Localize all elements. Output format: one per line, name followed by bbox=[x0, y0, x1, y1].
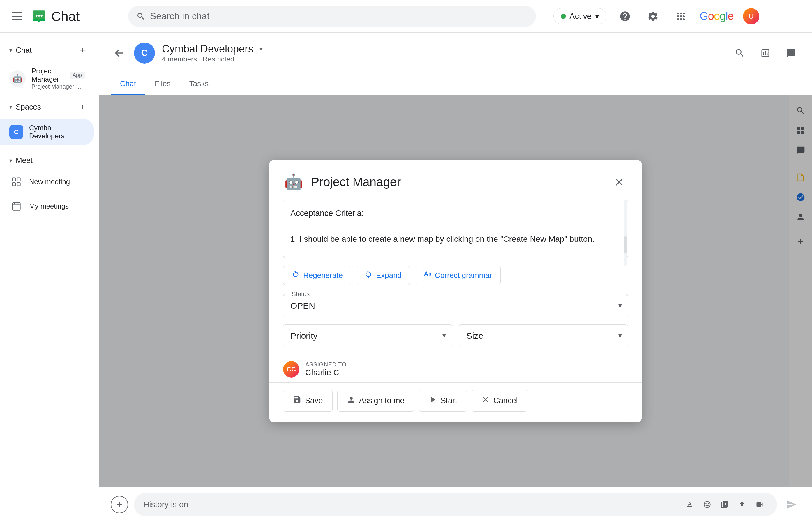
search-bar bbox=[128, 6, 536, 27]
sidebar-item-my-meetings[interactable]: My meetings bbox=[0, 194, 99, 219]
sidebar-spaces-add-button[interactable]: + bbox=[76, 100, 89, 114]
sidebar-item-info: Project Manager App Project Manager: Sen… bbox=[32, 67, 85, 90]
my-meetings-label: My meetings bbox=[29, 202, 69, 210]
video-call-button[interactable] bbox=[751, 496, 768, 513]
chat-logo-icon bbox=[32, 9, 47, 24]
channel-name-chevron-icon[interactable] bbox=[257, 45, 265, 53]
search-icon bbox=[136, 12, 145, 21]
video-call-icon bbox=[755, 500, 764, 508]
priority-select[interactable]: Priority Low Medium High bbox=[283, 324, 452, 347]
save-button[interactable]: Save bbox=[283, 390, 332, 411]
new-meeting-label: New meeting bbox=[29, 178, 70, 186]
top-bar-right: Active ▾ Google U bbox=[553, 7, 759, 26]
sidebar-item-new-meeting[interactable]: New meeting bbox=[0, 169, 99, 194]
svg-rect-7 bbox=[17, 183, 20, 186]
text-format-icon bbox=[686, 500, 694, 508]
search-input[interactable] bbox=[150, 11, 528, 22]
sidebar-meet-title: ▾ Meet bbox=[9, 156, 33, 165]
back-button[interactable] bbox=[111, 45, 127, 61]
modal-body: Acceptance Criteria: 1. I should be able… bbox=[269, 200, 642, 382]
channel-avatar: C bbox=[134, 42, 155, 63]
my-meetings-icon bbox=[9, 199, 23, 213]
acceptance-criteria-textarea[interactable]: Acceptance Criteria: 1. I should be able… bbox=[283, 200, 628, 258]
save-label: Save bbox=[305, 396, 323, 405]
sidebar-spaces-chevron: ▾ bbox=[9, 103, 12, 111]
modal-robot-icon: 🤖 bbox=[283, 172, 304, 193]
textarea-scrollbar-track bbox=[625, 200, 627, 266]
assigned-user-avatar: CC bbox=[283, 361, 299, 378]
sidebar-space-name: Cymbal Developers bbox=[29, 124, 85, 140]
help-button[interactable] bbox=[616, 7, 634, 26]
sidebar-item-cymbal-developers[interactable]: C Cymbal Developers bbox=[0, 119, 94, 145]
active-dot bbox=[561, 14, 566, 19]
tab-chat[interactable]: Chat bbox=[111, 74, 145, 95]
sidebar-chat-section-header[interactable]: ▾ Chat + bbox=[0, 38, 99, 62]
svg-rect-5 bbox=[17, 178, 20, 181]
sidebar-chat-add-button[interactable]: + bbox=[76, 43, 89, 57]
priority-select-wrapper: Priority Low Medium High ▾ bbox=[283, 324, 452, 347]
svg-point-3 bbox=[40, 15, 42, 17]
status-badge[interactable]: Active ▾ bbox=[553, 8, 606, 24]
sidebar-chat-chevron: ▾ bbox=[9, 47, 12, 54]
correct-grammar-button[interactable]: Correct grammar bbox=[415, 266, 500, 285]
status-select[interactable]: OPEN IN PROGRESS DONE bbox=[283, 295, 628, 317]
emoji-icon bbox=[703, 500, 711, 508]
correct-grammar-icon bbox=[423, 270, 431, 281]
new-meeting-icon bbox=[9, 175, 23, 189]
size-select[interactable]: Size S M L bbox=[459, 324, 628, 347]
cancel-button[interactable]: Cancel bbox=[471, 390, 527, 411]
tab-tasks[interactable]: Tasks bbox=[180, 74, 218, 95]
main-layout: ▾ Chat + 🤖 Project Manager App Project M… bbox=[0, 33, 812, 522]
channel-layout-button[interactable] bbox=[756, 44, 775, 62]
expand-icon bbox=[364, 270, 372, 281]
channel-chat-button[interactable] bbox=[782, 44, 800, 62]
hamburger-menu-button[interactable] bbox=[12, 10, 24, 23]
status-label: Status bbox=[289, 290, 312, 298]
app-badge: App bbox=[69, 72, 85, 79]
assign-icon bbox=[347, 395, 356, 406]
channel-layout-icon bbox=[760, 48, 771, 58]
tab-files[interactable]: Files bbox=[145, 74, 180, 95]
text-format-button[interactable] bbox=[682, 496, 698, 513]
status-field-group: Status OPEN IN PROGRESS DONE ▾ bbox=[283, 294, 628, 317]
sidebar-item-project-manager[interactable]: 🤖 Project Manager App Project Manager: S… bbox=[0, 62, 94, 95]
modal-footer: Save Assign to me Start bbox=[269, 382, 642, 422]
apps-button[interactable] bbox=[672, 7, 690, 26]
assigned-to-row: CC ASSIGNED TO Charlie C bbox=[283, 357, 628, 382]
send-button[interactable] bbox=[783, 496, 800, 513]
video-icon bbox=[720, 500, 729, 508]
assigned-user-name: Charlie C bbox=[305, 368, 346, 377]
video-button[interactable] bbox=[716, 496, 733, 513]
channel-search-icon bbox=[734, 48, 745, 58]
channel-chat-icon bbox=[786, 48, 796, 58]
expand-label: Expand bbox=[376, 271, 402, 280]
save-icon bbox=[293, 395, 301, 406]
textarea-scrollbar-thumb bbox=[625, 236, 627, 254]
expand-button[interactable]: Expand bbox=[356, 266, 410, 285]
back-arrow-icon bbox=[113, 47, 125, 59]
size-select-wrapper: Size S M L ▾ bbox=[459, 324, 628, 347]
sidebar-meet-section-header[interactable]: ▾ Meet bbox=[0, 151, 99, 169]
svg-rect-4 bbox=[13, 178, 16, 181]
message-add-button[interactable]: + bbox=[111, 496, 128, 513]
svg-rect-6 bbox=[13, 183, 16, 186]
priority-size-row: Priority Low Medium High ▾ Size bbox=[283, 324, 628, 347]
message-input-wrapper bbox=[134, 493, 777, 516]
upload-button[interactable] bbox=[734, 496, 750, 513]
modal-close-button[interactable] bbox=[610, 173, 628, 191]
close-icon bbox=[613, 176, 625, 188]
content-wrapper: C Cymbal Developers 4 members · Restrict… bbox=[99, 33, 812, 522]
sidebar-item-subtitle: Project Manager: Sent an attachment bbox=[32, 83, 85, 90]
sidebar-spaces-section-header[interactable]: ▾ Spaces + bbox=[0, 95, 99, 119]
assign-to-me-button[interactable]: Assign to me bbox=[337, 390, 414, 411]
settings-icon bbox=[647, 11, 659, 22]
channel-search-button[interactable] bbox=[730, 44, 749, 62]
message-input[interactable] bbox=[143, 500, 682, 509]
emoji-button[interactable] bbox=[699, 496, 715, 513]
user-avatar[interactable]: U bbox=[743, 8, 759, 24]
google-logo: Google bbox=[699, 10, 734, 22]
settings-button[interactable] bbox=[644, 7, 662, 26]
help-icon bbox=[619, 11, 631, 22]
start-button[interactable]: Start bbox=[419, 390, 467, 411]
regenerate-button[interactable]: Regenerate bbox=[283, 266, 351, 285]
